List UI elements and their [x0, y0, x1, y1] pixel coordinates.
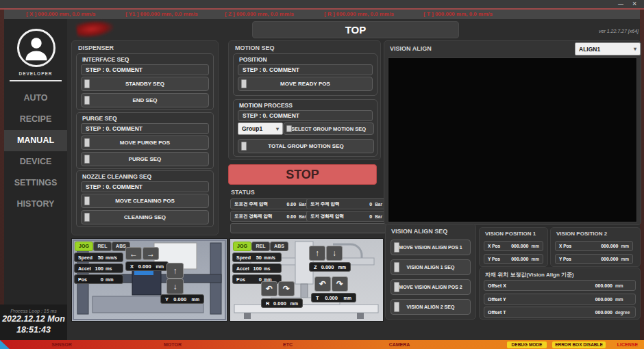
vp1-x-field: X Pos 000.000 mm: [484, 241, 543, 251]
rotate-ccw-icon: ↶: [319, 279, 326, 289]
jog-r-cw-button[interactable]: ↷: [278, 281, 295, 296]
sensor-indicator[interactable]: SENSOR: [41, 340, 82, 349]
chevron-down-icon: ▾: [276, 126, 279, 132]
vision-camera-view: [388, 57, 637, 222]
minimize-icon[interactable]: —: [615, 1, 626, 8]
y-axis-label: Y: [165, 296, 169, 302]
debug-mode-badge[interactable]: DEBUG MODE: [507, 341, 547, 348]
jog-r-ccw-button[interactable]: ↶: [261, 281, 277, 296]
interface-step-display: STEP : 0. COMMENT: [81, 64, 209, 75]
tab-abs-zrt[interactable]: ABS: [270, 242, 288, 251]
sidebar: DEVELOPER AUTO RECIPE MANUAL DEVICE SETT…: [4, 19, 67, 305]
seq-indicator: [241, 142, 247, 151]
up-arrow-icon: ↑: [173, 266, 177, 276]
vp2-y-value: 000.000: [601, 257, 618, 261]
material-offset-title: 자재 위치 보정값(Vision Align 기준): [485, 271, 574, 279]
t-position-readout: T 0.000 mm: [311, 293, 356, 302]
move-cleaning-pos-label: MOVE CLEANING POS: [115, 198, 175, 204]
purge-seq-label: PURGE SEQ: [82, 115, 117, 122]
jog-z-down-button[interactable]: ↓: [326, 246, 343, 261]
close-icon[interactable]: ✕: [629, 1, 640, 8]
footer-status-bar: SENSOR MOTOR ETC CAMERA DEBUG MODE ERROR…: [0, 340, 644, 349]
total-group-motion-seq-button[interactable]: TOTAL GROUP MOTION SEQ: [238, 139, 374, 153]
camera-indicator[interactable]: CAMERA: [379, 340, 420, 349]
jog-x-plus-button[interactable]: →: [143, 247, 159, 260]
sidebar-item-device[interactable]: DEVICE: [4, 151, 67, 172]
jog-x-minus-button[interactable]: ←: [125, 247, 142, 260]
offset-x-value: 000.000: [595, 283, 612, 288]
seq-indicator: [84, 155, 90, 164]
error-box-disable-badge[interactable]: ERROR BOX DISABLE: [552, 341, 606, 348]
select-group-motion-seq-button[interactable]: SELECT GROUP MOTION SEQ: [283, 122, 374, 135]
vp2-y-unit: mm: [621, 257, 629, 261]
jog-y-plus-button[interactable]: ↑: [166, 263, 184, 279]
move-ready-pos-button[interactable]: MOVE READY POS: [238, 77, 373, 91]
vp1-y-field: Y Pos 000.000 mm: [484, 254, 543, 264]
vision-align-2-seq-button[interactable]: VISION ALIGN 2 SEQ: [391, 299, 471, 315]
dispenser-title: DISPENSER: [78, 44, 114, 51]
x-axis-label: X: [130, 263, 134, 270]
license-link[interactable]: LICENSE: [614, 340, 641, 349]
vp2-y-label: Y Pos: [559, 257, 571, 261]
axis-status-r: [ R ] 000.000 mm, 0.0 mm/s: [324, 10, 394, 19]
position-label: POSITION: [239, 56, 267, 63]
interface-seq-label: INTERFACE SEQ: [82, 56, 129, 63]
move-vision-align-pos2-label: MOVE VISION ALIGN POS 2: [399, 285, 462, 289]
vp2-x-label: X Pos: [559, 244, 571, 248]
tab-rel-zrt[interactable]: REL: [251, 242, 270, 251]
group-select-value: Group1: [242, 125, 262, 132]
accel-unit: ms: [106, 266, 119, 271]
gun-main-pressure-unit: Bar: [299, 202, 306, 207]
move-vision-align-pos1-button[interactable]: MOVE VISION ALIGN POS 1: [391, 240, 471, 255]
offset-y-field: Offset Y 000.000 mm: [484, 294, 636, 305]
end-seq-button[interactable]: END SEQ: [81, 93, 209, 107]
seq-indicator: [394, 302, 399, 312]
motor-indicator[interactable]: MOTOR: [152, 340, 193, 349]
stop-button[interactable]: STOP: [228, 164, 377, 185]
cleaning-seq-label: CLEANING SEQ: [124, 214, 166, 220]
purge-seq-button[interactable]: PURGE SEQ: [81, 152, 209, 166]
z-axis-value: 0.000: [321, 264, 334, 270]
move-purge-pos-button[interactable]: MOVE PURGE POS: [81, 135, 209, 150]
motion-process-group: MOTION PROCESS STEP : 0. COMMENT Group1 …: [233, 99, 377, 157]
motion-seq-panel: MOTION SEQ POSITION STEP : 0. COMMENT MO…: [228, 40, 381, 160]
vision-align-1-seq-button[interactable]: VISION ALIGN 1 SEQ: [391, 259, 471, 275]
offset-t-unit: degree: [615, 310, 632, 315]
down-arrow-icon: ↓: [173, 282, 177, 292]
tab-jog-zrt[interactable]: JOG: [233, 242, 251, 251]
t-axis-label: T: [316, 295, 319, 301]
align-select-dropdown[interactable]: ALIGN1 ▾: [575, 42, 641, 55]
x-axis-value: 0.000: [138, 263, 151, 270]
accel-row: Accel 100 ms: [232, 263, 282, 273]
sidebar-item-settings[interactable]: SETTINGS: [4, 172, 67, 194]
sidebar-item-recipe[interactable]: RECIPE: [4, 109, 67, 130]
jog-y-minus-button[interactable]: ↓: [166, 279, 184, 294]
t-axis-unit: mm: [343, 296, 351, 300]
jog-t-ccw-button[interactable]: ↶: [314, 276, 331, 292]
vp2-x-field: X Pos 000.000 mm: [555, 241, 633, 251]
seq-indicator: [241, 79, 247, 88]
vision-position-1-panel: VISION POSITION 1 X Pos 000.000 mm Y Pos…: [479, 227, 548, 267]
date-label: 2022.12.12 Mon: [0, 313, 67, 324]
avatar: [17, 29, 55, 67]
jog-z-up-button[interactable]: ↑: [309, 246, 325, 261]
tab-jog-xy[interactable]: JOG: [75, 242, 93, 251]
etc-indicator[interactable]: ETC: [267, 340, 308, 349]
vp2-x-unit: mm: [621, 244, 629, 248]
total-group-motion-seq-label: TOTAL GROUP MOTION SEQ: [268, 143, 344, 149]
gun-main-pressure-value: 0.00: [287, 202, 297, 207]
sidebar-item-manual[interactable]: MANUAL: [4, 130, 67, 151]
jog-t-cw-button[interactable]: ↷: [332, 276, 348, 292]
corner-accent: [0, 340, 10, 349]
down-arrow-icon: ↓: [332, 248, 336, 258]
move-cleaning-pos-button[interactable]: MOVE CLEANING POS: [81, 194, 209, 208]
cleaning-seq-button[interactable]: CLEANING SEQ: [81, 210, 209, 224]
sidebar-item-auto[interactable]: AUTO: [4, 88, 67, 109]
standby-seq-button[interactable]: STANDBY SEQ: [81, 77, 209, 91]
sidebar-item-history[interactable]: HISTORY: [4, 194, 67, 215]
doser-hardener-pressure-label: 도저 경화제 압력: [310, 214, 344, 220]
group-select-dropdown[interactable]: Group1 ▾: [238, 122, 283, 135]
move-vision-align-pos2-button[interactable]: MOVE VISION ALIGN POS 2: [391, 279, 471, 295]
tab-rel-xy[interactable]: REL: [93, 242, 112, 251]
purge-seq-group: PURGE SEQ STEP : 0. COMMENT MOVE PURGE P…: [76, 112, 214, 169]
